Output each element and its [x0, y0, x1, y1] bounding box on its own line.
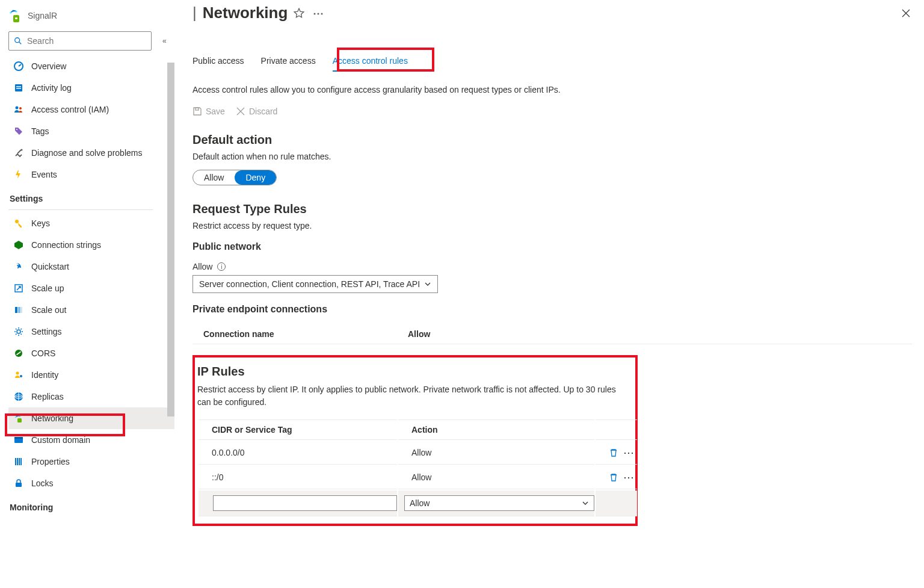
- svg-rect-19: [21, 307, 22, 313]
- svg-line-6: [19, 42, 22, 45]
- sidebar-item-networking[interactable]: Networking: [8, 407, 174, 429]
- sidebar-item-scale-out[interactable]: Scale out: [8, 299, 174, 321]
- star-icon[interactable]: [294, 8, 304, 19]
- more-icon[interactable]: ⋯: [623, 446, 635, 459]
- sidebar-item-locks[interactable]: Locks: [8, 472, 174, 494]
- resource-name: SignalR: [28, 11, 57, 20]
- sidebar-item-quickstart[interactable]: Quickstart: [8, 256, 174, 277]
- sidebar-item-activity-log[interactable]: Activity log: [8, 77, 174, 99]
- sidebar-item-overview[interactable]: Overview: [8, 55, 174, 77]
- sidebar-item-label: Properties: [31, 457, 70, 466]
- sidebar-item-label: Overview: [31, 61, 66, 71]
- delete-icon[interactable]: [609, 472, 618, 482]
- sidebar-item-label: Settings: [31, 327, 62, 336]
- svg-point-20: [17, 330, 20, 333]
- sidebar-item-label: Replicas: [31, 392, 64, 401]
- close-button[interactable]: [899, 6, 913, 20]
- ip-rules-heading: IP Rules: [197, 365, 630, 379]
- svg-point-23: [20, 375, 22, 377]
- activity-log-icon: [13, 82, 24, 93]
- search-input[interactable]: [8, 31, 152, 51]
- request-type-subtitle: Restrict access by request type.: [192, 221, 912, 231]
- sidebar-item-connection-strings[interactable]: Connection strings: [8, 234, 174, 256]
- svg-rect-32: [15, 458, 16, 465]
- custom-domain-icon: [13, 435, 24, 445]
- svg-rect-18: [18, 307, 20, 313]
- sidebar-item-keys[interactable]: Keys: [8, 212, 174, 234]
- delete-icon[interactable]: [609, 448, 618, 457]
- keys-icon: [13, 218, 24, 229]
- sidebar-item-iam[interactable]: Access control (IAM): [8, 99, 174, 120]
- identity-icon: [13, 370, 24, 380]
- discard-button[interactable]: Discard: [236, 107, 277, 116]
- sidebar-item-properties[interactable]: Properties: [8, 451, 174, 472]
- svg-point-2: [15, 10, 17, 12]
- discard-icon: [236, 107, 245, 116]
- collapse-sidebar-icon[interactable]: «: [162, 37, 167, 45]
- divider: [8, 209, 153, 210]
- more-icon[interactable]: ⋯: [313, 7, 324, 20]
- sidebar-item-custom-domain[interactable]: Custom domain: [8, 429, 174, 451]
- ip-cidr-input[interactable]: [213, 495, 397, 511]
- sidebar-item-tags[interactable]: Tags: [8, 120, 174, 142]
- ip-rules-section: IP Rules Restrict access by client IP. I…: [192, 355, 638, 526]
- sidebar-item-cors[interactable]: CORS: [8, 342, 174, 364]
- discard-label: Discard: [249, 107, 277, 116]
- svg-point-27: [17, 415, 18, 416]
- pe-col-name: Connection name: [192, 329, 408, 339]
- sidebar-item-scale-up[interactable]: Scale up: [8, 277, 174, 299]
- tab-private-access[interactable]: Private access: [261, 51, 316, 72]
- quickstart-icon: [13, 261, 24, 272]
- ip-rule-action: Allow: [398, 466, 594, 489]
- sidebar-item-label: Scale up: [31, 283, 64, 293]
- networking-icon: [13, 413, 24, 424]
- svg-point-5: [15, 38, 20, 43]
- ip-rules-description: Restrict access by client IP. It only ap…: [197, 383, 630, 409]
- sidebar-section-monitoring: Monitoring: [8, 494, 174, 516]
- toggle-allow[interactable]: Allow: [193, 170, 235, 185]
- pe-col-allow: Allow: [408, 329, 430, 339]
- replicas-icon: [13, 391, 24, 402]
- svg-rect-37: [196, 108, 199, 110]
- request-type-dropdown[interactable]: Server connection, Client connection, RE…: [192, 275, 438, 293]
- more-icon[interactable]: ⋯: [623, 471, 635, 484]
- svg-point-26: [15, 416, 16, 418]
- tab-access-control-rules[interactable]: Access control rules: [333, 51, 408, 72]
- main-content: | Networking ⋯ Public access Private acc…: [174, 0, 924, 588]
- pe-heading: Private endpoint connections: [192, 304, 912, 315]
- page-description: Access control rules allow you to config…: [192, 85, 912, 94]
- sidebar-item-diagnose[interactable]: Diagnose and solve problems: [8, 142, 174, 164]
- toggle-deny[interactable]: Deny: [235, 170, 276, 185]
- ip-rule-row: 0.0.0.0/0 Allow ⋯: [199, 441, 637, 465]
- info-icon[interactable]: i: [217, 262, 226, 271]
- svg-rect-10: [16, 88, 21, 89]
- sidebar-item-label: Locks: [31, 478, 54, 488]
- sidebar-item-events[interactable]: Events: [8, 164, 174, 185]
- save-button[interactable]: Save: [192, 107, 225, 116]
- tags-icon: [13, 126, 24, 137]
- search-field[interactable]: [27, 36, 146, 46]
- sidebar: SignalR « Overview Activity log Access c…: [0, 0, 174, 588]
- save-label: Save: [206, 107, 225, 116]
- svg-rect-31: [14, 437, 23, 439]
- scale-up-icon: [13, 283, 24, 294]
- sidebar-item-replicas[interactable]: Replicas: [8, 386, 174, 407]
- scrollbar-thumb[interactable]: [167, 63, 174, 416]
- svg-point-1: [12, 10, 14, 11]
- sidebar-item-identity[interactable]: Identity: [8, 364, 174, 386]
- sidebar-item-label: Events: [31, 170, 57, 179]
- ip-action-select[interactable]: Allow: [404, 495, 594, 511]
- default-action-toggle[interactable]: Allow Deny: [192, 170, 277, 185]
- svg-point-0: [10, 11, 11, 13]
- public-network-heading: Public network: [192, 241, 912, 252]
- title-bar: |: [192, 4, 197, 22]
- svg-point-14: [21, 149, 23, 151]
- sidebar-item-label: Quickstart: [31, 262, 69, 271]
- sidebar-item-settings[interactable]: Settings: [8, 321, 174, 342]
- svg-point-13: [16, 129, 17, 130]
- allow-label: Allow: [192, 262, 212, 271]
- tab-public-access[interactable]: Public access: [192, 51, 244, 72]
- cors-icon: [13, 348, 24, 359]
- sidebar-item-label: Identity: [31, 370, 58, 380]
- chevron-down-icon: [424, 280, 431, 288]
